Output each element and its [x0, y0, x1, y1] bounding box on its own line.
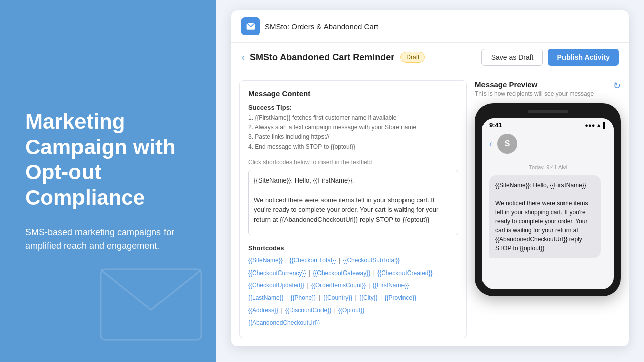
svg-rect-0 — [101, 269, 201, 340]
sub-header: ‹ SMSto Abandoned Cart Reminder Draft Sa… — [231, 43, 629, 72]
shortcode-link[interactable]: {{Province}} — [384, 294, 416, 301]
shortcodes-hint: Click shortcodes below to insert in the … — [248, 159, 458, 166]
shortcode-link[interactable]: {{City}} — [359, 294, 378, 301]
envelope-watermark — [96, 254, 206, 347]
tips-section: Success Tips: 1. {{FirstName}} fetches f… — [248, 104, 458, 152]
preview-header: Message Preview This is how recipients w… — [475, 80, 621, 97]
sms-chat-header: ‹ S — [482, 131, 614, 159]
phone-icons: ●●● ▲ ▌ — [585, 122, 607, 128]
tip-3: 3. Paste links including https:// — [248, 132, 458, 142]
wifi-icon: ▲ — [596, 122, 601, 128]
phone-notch — [528, 110, 568, 113]
message-textarea[interactable] — [248, 170, 458, 235]
message-panel: Message Content Success Tips: 1. {{First… — [239, 80, 467, 338]
sms-timestamp: Today, 9:41 AM — [489, 164, 607, 170]
shortcodes-title: Shortcodes — [248, 244, 458, 252]
publish-button[interactable]: Publish Activity — [548, 49, 619, 66]
shortcode-link[interactable]: {{Address}} — [248, 307, 278, 314]
tip-1: 1. {{FirstName}} fetches first customer … — [248, 113, 458, 123]
shortcode-link[interactable]: {{Phone}} — [291, 294, 316, 301]
message-panel-title: Message Content — [248, 89, 458, 98]
tip-2: 2. Always start a text campaign message … — [248, 123, 458, 132]
shortcodes-section: Shortcodes {{SiteName}} | {{CheckoutTota… — [248, 244, 458, 329]
shortcode-link[interactable]: {{CheckoutCreated}} — [377, 269, 432, 277]
sms-body: Today, 9:41 AM {{SiteName}}: Hello, {{Fi… — [482, 159, 614, 263]
shortcode-link[interactable]: {{CheckoutSubTotal}} — [343, 257, 399, 264]
refresh-icon[interactable]: ↻ — [613, 80, 621, 92]
draft-badge: Draft — [400, 52, 425, 63]
app-icon — [242, 17, 260, 35]
app-title: SMSto: Orders & Abandoned Cart — [265, 22, 378, 31]
signal-icon: ●●● — [585, 122, 595, 128]
phone-screen: 9:41 ●●● ▲ ▌ ‹ S — [482, 118, 614, 289]
phone-time: 9:41 — [489, 121, 502, 129]
main-content: Message Content Success Tips: 1. {{First… — [231, 72, 629, 346]
tips-list: 1. {{FirstName}} fetches first customer … — [248, 113, 458, 152]
back-button[interactable]: ‹ — [242, 53, 245, 62]
top-bar: SMSto: Orders & Abandoned Cart — [231, 10, 629, 43]
sms-bubble: {{SiteName}}: Hello, {{FirstName}}.We no… — [489, 175, 601, 258]
page-title: SMSto Abandoned Cart Reminder — [250, 52, 394, 63]
preview-title: Message Preview — [475, 80, 594, 89]
shortcode-link[interactable]: {{OrderItemsCount}} — [311, 282, 366, 289]
hero-subtext: SMS-based marketing campaigns for amplif… — [25, 226, 191, 253]
preview-subtitle: This is how recipients will see your mes… — [475, 90, 594, 97]
hero-heading: Marketing Campaign with Opt-out Complian… — [25, 109, 191, 211]
shortcode-link[interactable]: {{Optout}} — [338, 307, 364, 314]
save-draft-button[interactable]: Save as Draft — [481, 49, 543, 66]
left-panel: Marketing Campaign with Opt-out Complian… — [0, 0, 216, 362]
shortcode-link[interactable]: {{CheckoutGateway}} — [313, 269, 370, 277]
shortcode-link[interactable]: {{FirstName}} — [373, 282, 409, 289]
header-actions: Save as Draft Publish Activity — [481, 49, 619, 66]
shortcode-link[interactable]: {{LastName}} — [248, 294, 284, 301]
shortcodes-links: {{SiteName}} | {{CheckoutTotal}} | {{Che… — [248, 255, 458, 329]
shortcode-link[interactable]: {{CheckoutTotal}} — [290, 257, 336, 264]
shortcode-link[interactable]: {{CheckoutCurrency}} — [248, 269, 306, 277]
phone-back-icon: ‹ — [489, 139, 492, 149]
shortcode-link[interactable]: {{SiteName}} — [248, 257, 283, 264]
phone-status-bar: 9:41 ●●● ▲ ▌ — [482, 118, 614, 131]
app-window: SMSto: Orders & Abandoned Cart ‹ SMSto A… — [231, 10, 629, 346]
shortcode-link[interactable]: {{DiscountCode}} — [285, 307, 331, 314]
shortcode-link[interactable]: {{AbandonedCheckoutUrl}} — [248, 319, 320, 326]
right-panel: SMSto: Orders & Abandoned Cart ‹ SMSto A… — [216, 0, 644, 362]
phone-mockup: 9:41 ●●● ▲ ▌ ‹ S — [475, 103, 621, 296]
shortcode-link[interactable]: {{Country}} — [323, 294, 352, 301]
shortcode-link[interactable]: {{CheckoutUpdated}} — [248, 282, 304, 289]
battery-icon: ▌ — [603, 122, 607, 128]
tip-4: 4. End message with STOP to {{optout}} — [248, 142, 458, 152]
preview-panel: Message Preview This is how recipients w… — [475, 80, 621, 338]
contact-avatar: S — [497, 134, 517, 154]
tips-label: Success Tips: — [248, 104, 458, 111]
